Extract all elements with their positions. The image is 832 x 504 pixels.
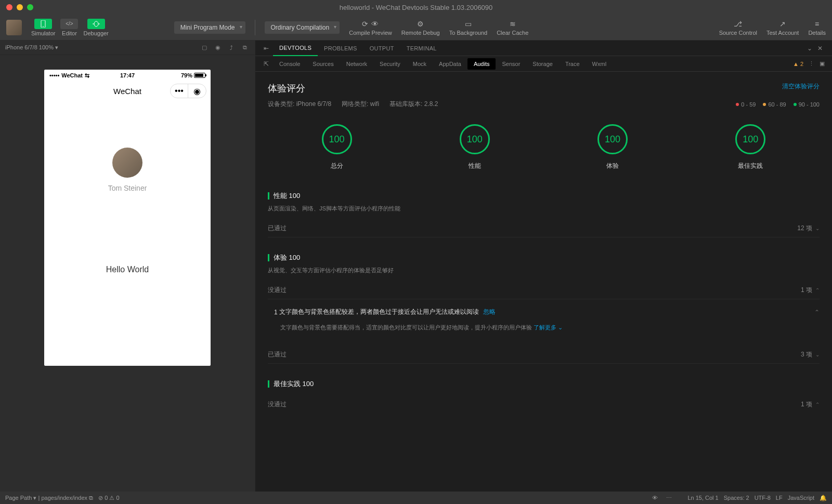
language-mode[interactable]: JavaScript — [788, 495, 814, 501]
encoding[interactable]: UTF-8 — [755, 495, 771, 501]
device-selector[interactable]: iPhone 6/7/8 100% ▾ — [5, 44, 58, 51]
diagnostics[interactable]: ⊘ 0 ⚠ 0 — [98, 495, 119, 501]
clear-audits-link[interactable]: 清空体验评分 — [782, 82, 820, 91]
tab-console[interactable]: Console — [273, 58, 306, 70]
warning-badge[interactable]: ▲ 2 — [793, 61, 803, 67]
more-icon[interactable]: ⋮ — [809, 60, 814, 67]
tab-wxml[interactable]: Wxml — [586, 58, 613, 70]
phone-navbar: WeChat ••• ◉ — [44, 81, 211, 101]
branch-icon: ⎇ — [732, 19, 744, 29]
best-failed-row[interactable]: 没通过 1 项 ⌃ — [268, 396, 820, 413]
score-total: 100 总分 — [322, 124, 352, 170]
share-icon[interactable]: ⤴ — [227, 45, 236, 51]
audits-content: 体验评分 清空体验评分 设备类型: iPhone 6/7/8 网络类型: wif… — [255, 72, 832, 492]
meta-device: 设备类型: iPhone 6/7/8 — [268, 100, 331, 109]
exp-passed-row[interactable]: 已通过 3 项 ⌄ — [268, 346, 820, 364]
to-background-button[interactable]: ▭ To Background — [449, 19, 487, 36]
dock-icon[interactable]: ▣ — [820, 60, 825, 67]
capsule-menu-button[interactable]: ••• — [171, 84, 188, 98]
window-controls — [0, 4, 33, 10]
cursor-position[interactable]: Ln 15, Col 1 — [687, 495, 718, 501]
tab-security[interactable]: Security — [373, 58, 407, 70]
statusbar: Page Path ▾ | pages/index/index ⧉ ⊘ 0 ⚠ … — [0, 492, 832, 504]
issue-row[interactable]: 1 文字颜色与背景色搭配较差，两者颜色过于接近会让用户无法或难以阅读 忽略 ⌃ — [268, 299, 820, 316]
details-button[interactable]: ≡ Details — [808, 19, 826, 36]
clear-cache-button[interactable]: ≋ Clear Cache — [497, 19, 528, 36]
eol[interactable]: LF — [776, 495, 783, 501]
remote-debug-button[interactable]: ⚙ Remote Debug — [401, 19, 440, 36]
capsule-buttons: ••• ◉ — [170, 84, 206, 98]
minimize-window-button[interactable] — [17, 4, 23, 10]
more-icon[interactable]: ⋯ — [666, 495, 672, 501]
tab-audits[interactable]: Audits — [467, 58, 496, 70]
section-exp-desc: 从视觉、交互等方面评估小程序的体验是否足够好 — [268, 267, 820, 274]
popout-icon[interactable]: ⧉ — [240, 44, 250, 51]
close-window-button[interactable] — [6, 4, 12, 10]
section-perf-desc: 从页面渲染、网络、JS脚本等方面评估小程序的性能 — [268, 205, 820, 213]
exp-failed-row[interactable]: 没通过 1 项 ⌃ — [268, 282, 820, 299]
chevron-up-icon: ⌃ — [815, 402, 820, 407]
capsule-close-button[interactable]: ◉ — [188, 84, 206, 98]
editor-button[interactable]: </> Editor — [60, 19, 78, 36]
tab-sources[interactable]: Sources — [306, 58, 340, 70]
phone-statusbar: ••••• WeChat ⇆ 17:47 79% — [44, 70, 211, 81]
editor-label: Editor — [62, 30, 77, 36]
mode-dropdown[interactable]: Mini Program Mode — [174, 21, 245, 34]
chevron-up-icon: ⌃ — [814, 309, 820, 316]
tab-mock[interactable]: Mock — [407, 58, 433, 70]
indent-setting[interactable]: Spaces: 2 — [724, 495, 749, 501]
rotate-icon[interactable]: ▢ — [200, 44, 209, 51]
score-best-practice: 100 最佳实践 — [735, 124, 765, 170]
page-path[interactable]: Page Path ▾ | pages/index/index ⧉ — [5, 495, 93, 501]
score-performance: 100 性能 — [460, 124, 490, 170]
close-panel-icon[interactable]: ✕ — [817, 45, 823, 52]
test-account-button[interactable]: ↗ Test Account — [766, 19, 799, 36]
compile-preview-label: Compile Preview — [349, 30, 392, 36]
debugger-button[interactable]: Debugger — [83, 19, 108, 36]
section-perf-title: 性能 100 — [268, 191, 820, 201]
svg-point-2 — [94, 21, 98, 26]
nav-title: WeChat — [113, 87, 141, 96]
tab-sensor[interactable]: Sensor — [496, 58, 526, 70]
remote-debug-label: Remote Debug — [401, 30, 440, 36]
perf-passed-row[interactable]: 已通过 12 项 ⌄ — [268, 220, 820, 237]
simulator-header: iPhone 6/7/8 100% ▾ ▢ ◉ ⤴ ⧉ — [0, 41, 255, 55]
bell-icon[interactable]: 🔔 — [820, 495, 827, 501]
source-control-button[interactable]: ⎇ Source Control — [719, 19, 757, 36]
main-toolbar: Simulator </> Editor Debugger Mini Progr… — [0, 15, 832, 41]
compile-preview-button[interactable]: ⟳👁 Compile Preview — [349, 19, 392, 36]
tab-network[interactable]: Network — [340, 58, 373, 70]
learn-more-link[interactable]: 了解更多 ⌄ — [534, 324, 563, 330]
tab-appdata[interactable]: AppData — [433, 58, 467, 70]
tab-output[interactable]: OUTPUT — [363, 41, 400, 56]
issue-description: 文字颜色与背景色需要搭配得当，适宜的颜色对比度可以让用户更好地阅读，提升小程序的… — [268, 316, 820, 339]
simulator-button[interactable]: Simulator — [31, 19, 55, 36]
devtools-panel: ⇤ DEVTOOLS PROBLEMS OUTPUT TERMINAL ⌄ ✕ … — [255, 41, 832, 492]
section-best-title: 最佳实践 100 — [268, 379, 820, 389]
ignore-link[interactable]: 忽略 — [483, 308, 496, 316]
compilation-dropdown[interactable]: Ordinary Compilation — [265, 21, 340, 34]
user-avatar[interactable] — [6, 20, 22, 35]
tab-trace[interactable]: Trace — [559, 58, 586, 70]
maximize-window-button[interactable] — [27, 4, 33, 10]
profile-avatar[interactable] — [112, 148, 142, 178]
score-legend: 0 - 59 60 - 89 90 - 100 — [736, 100, 820, 109]
section-best-practice: 最佳实践 100 没通过 1 项 ⌃ — [268, 379, 820, 413]
meta-base: 基础库版本: 2.8.2 — [389, 100, 438, 109]
tab-storage[interactable]: Storage — [526, 58, 559, 70]
toggle-panel-icon[interactable]: ⇤ — [259, 45, 273, 52]
inspect-icon[interactable]: ⇱ — [259, 60, 273, 68]
remote-debug-icon: ⚙ — [414, 19, 427, 29]
chevron-down-icon[interactable]: ⌄ — [807, 45, 812, 52]
phone-frame: ••••• WeChat ⇆ 17:47 79% WeChat ••• ◉ To… — [44, 70, 211, 366]
preview-icon[interactable]: 👁 — [652, 495, 658, 501]
tab-problems[interactable]: PROBLEMS — [318, 41, 363, 56]
window-title: helloworld - WeChat Devtools Stable 1.03… — [340, 4, 493, 11]
menu-icon: ≡ — [811, 19, 823, 29]
chevron-down-icon: ⌄ — [815, 226, 820, 231]
record-icon[interactable]: ◉ — [213, 44, 223, 51]
tab-terminal[interactable]: TERMINAL — [400, 41, 443, 56]
devtools-tabs-secondary: ⇱ Console Sources Network Security Mock … — [255, 56, 832, 72]
tab-devtools[interactable]: DEVTOOLS — [273, 41, 318, 56]
section-exp-title: 体验 100 — [268, 253, 820, 262]
